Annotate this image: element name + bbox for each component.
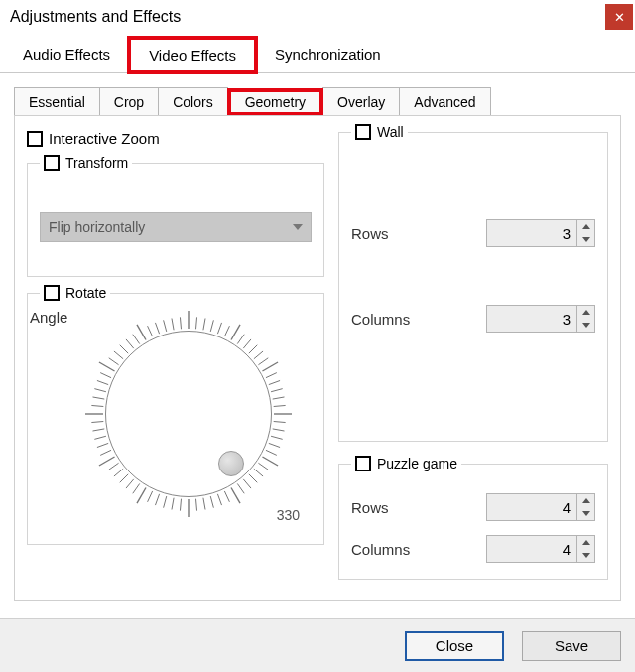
checkbox-icon — [44, 155, 60, 171]
angle-dial[interactable]: 330 — [81, 307, 296, 521]
spinner-up-button[interactable] — [577, 494, 594, 507]
svg-line-40 — [155, 494, 159, 505]
spinner-down-button[interactable] — [577, 319, 594, 332]
spinner-up-button[interactable] — [577, 536, 594, 549]
puzzle-rows-label: Rows — [351, 499, 389, 516]
arrow-up-icon — [582, 540, 590, 545]
svg-line-14 — [269, 380, 280, 384]
window-title: Adjustments and Effects — [10, 8, 181, 26]
wall-columns-label: Columns — [351, 311, 410, 328]
window-close-button[interactable]: ✕ — [605, 4, 633, 30]
puzzle-group: Puzzle game Rows 4 — [338, 456, 608, 580]
svg-line-61 — [109, 358, 119, 365]
dial-knob[interactable] — [218, 451, 244, 476]
rotate-checkbox[interactable]: Rotate — [44, 285, 106, 301]
svg-line-46 — [114, 469, 123, 476]
puzzle-columns-value: 4 — [487, 536, 576, 562]
subtab-advanced[interactable]: Advanced — [399, 87, 490, 115]
svg-line-23 — [266, 450, 277, 455]
spinner-arrows — [576, 306, 594, 332]
svg-line-31 — [224, 491, 229, 502]
geometry-left-column: Interactive Zoom Transform Flip horizont… — [27, 130, 324, 580]
wall-columns-spinner[interactable]: 3 — [486, 305, 595, 333]
svg-line-30 — [231, 487, 240, 503]
main-tabs: Audio Effects Video Effects Synchronizat… — [0, 34, 635, 73]
checkbox-icon — [27, 131, 43, 147]
subtab-geometry[interactable]: Geometry — [227, 88, 323, 116]
interactive-zoom-label: Interactive Zoom — [49, 130, 160, 147]
svg-line-71 — [180, 317, 181, 329]
spinner-up-button[interactable] — [577, 220, 594, 233]
spinner-arrows — [576, 494, 594, 520]
close-button[interactable]: Close — [405, 631, 504, 661]
angle-label: Angle — [30, 309, 67, 326]
wall-group-label: Wall — [377, 124, 404, 140]
svg-line-51 — [94, 436, 106, 439]
spinner-down-button[interactable] — [577, 549, 594, 562]
transform-checkbox[interactable]: Transform — [44, 155, 128, 171]
wall-checkbox[interactable]: Wall — [355, 124, 404, 140]
svg-line-37 — [180, 499, 181, 511]
dial-ring — [105, 331, 272, 497]
svg-line-53 — [91, 421, 103, 422]
spinner-down-button[interactable] — [577, 507, 594, 520]
puzzle-rows-row: Rows 4 — [351, 493, 595, 521]
wall-columns-value: 3 — [487, 306, 576, 332]
wall-rows-spinner[interactable]: 3 — [486, 219, 595, 247]
save-button-label: Save — [555, 637, 588, 654]
interactive-zoom-checkbox[interactable]: Interactive Zoom — [27, 130, 324, 147]
svg-line-29 — [237, 483, 244, 493]
svg-line-20 — [273, 429, 285, 431]
svg-line-60 — [99, 362, 115, 371]
puzzle-rows-spinner[interactable]: 4 — [486, 493, 595, 521]
svg-line-48 — [99, 457, 115, 466]
svg-line-70 — [172, 318, 174, 330]
subtab-colors[interactable]: Colors — [158, 87, 227, 115]
transform-dropdown-value: Flip horizontally — [49, 219, 145, 235]
puzzle-columns-label: Columns — [351, 541, 410, 558]
svg-line-44 — [126, 479, 134, 488]
spinner-up-button[interactable] — [577, 306, 594, 319]
svg-line-5 — [224, 326, 229, 336]
svg-line-25 — [258, 463, 268, 470]
adjustments-effects-window: Adjustments and Effects ✕ Audio Effects … — [0, 0, 635, 672]
tab-audio-effects-label: Audio Effects — [23, 46, 110, 63]
svg-line-55 — [91, 405, 103, 406]
svg-line-57 — [94, 389, 106, 392]
subtab-essential[interactable]: Essential — [14, 87, 100, 115]
svg-line-69 — [164, 320, 167, 332]
svg-line-67 — [148, 326, 153, 336]
puzzle-checkbox[interactable]: Puzzle game — [355, 456, 457, 471]
transform-group-label: Transform — [65, 155, 128, 171]
save-button[interactable]: Save — [522, 631, 621, 661]
subtab-advanced-label: Advanced — [414, 94, 475, 110]
svg-line-32 — [217, 494, 221, 505]
tab-synchronization[interactable]: Synchronization — [258, 34, 398, 72]
arrow-up-icon — [582, 310, 590, 315]
svg-line-4 — [217, 323, 221, 334]
tab-audio-effects[interactable]: Audio Effects — [6, 34, 127, 72]
puzzle-columns-row: Columns 4 — [351, 535, 595, 563]
svg-line-21 — [271, 436, 283, 439]
puzzle-columns-spinner[interactable]: 4 — [486, 535, 595, 563]
arrow-down-icon — [582, 237, 590, 242]
svg-line-47 — [109, 463, 119, 470]
checkbox-icon — [44, 285, 60, 301]
transform-dropdown[interactable]: Flip horizontally — [40, 212, 312, 242]
subtab-essential-label: Essential — [29, 94, 85, 110]
spinner-arrows — [576, 536, 594, 562]
rotate-group: Rotate Angle 330 — [27, 285, 324, 545]
checkbox-icon — [355, 124, 371, 140]
arrow-up-icon — [582, 498, 590, 503]
close-button-label: Close — [436, 637, 473, 654]
transform-group: Transform Flip horizontally — [27, 155, 324, 277]
svg-line-43 — [133, 483, 140, 493]
subtab-overlay[interactable]: Overlay — [322, 87, 400, 115]
titlebar: Adjustments and Effects ✕ — [0, 0, 635, 34]
spinner-down-button[interactable] — [577, 233, 594, 246]
subtab-crop[interactable]: Crop — [99, 87, 159, 115]
puzzle-group-label: Puzzle game — [377, 456, 457, 471]
svg-line-6 — [231, 325, 240, 340]
tab-video-effects[interactable]: Video Effects — [127, 36, 258, 74]
svg-line-12 — [262, 362, 278, 371]
